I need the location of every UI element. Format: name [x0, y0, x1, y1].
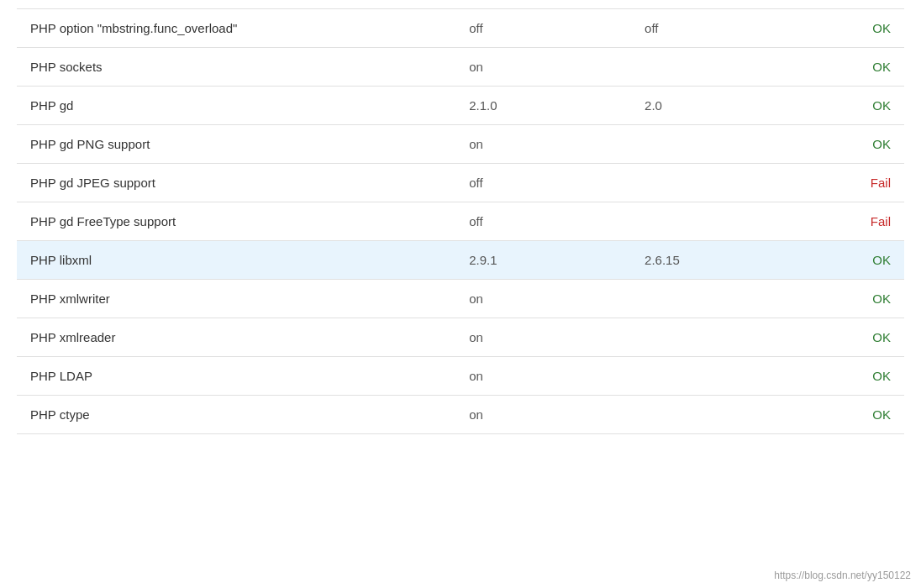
row-current-value: off [455, 9, 631, 48]
row-required-value [631, 202, 807, 241]
table-row: PHP ctypeonOK [17, 396, 904, 434]
row-name: PHP gd FreeType support [17, 202, 455, 241]
row-current-value: on [455, 396, 631, 434]
row-name: PHP ctype [17, 396, 455, 434]
row-required-value [631, 357, 807, 396]
row-current-value: 2.1.0 [455, 87, 631, 125]
row-current-value: on [455, 357, 631, 396]
table-row: PHP gd PNG supportonOK [17, 125, 904, 164]
row-required-value [631, 164, 807, 202]
row-required-value: 2.0 [631, 87, 807, 125]
row-current-value: on [455, 48, 631, 87]
table-row: PHP gd JPEG supportoffFail [17, 164, 904, 202]
row-status: Fail [807, 164, 904, 202]
row-name: PHP option "mbstring.func_overload" [17, 9, 455, 48]
requirements-table: PHP option "mbstring.func_overload"offof… [17, 8, 904, 434]
row-status: OK [807, 48, 904, 87]
row-required-value: 2.6.15 [631, 241, 807, 280]
row-current-value: off [455, 164, 631, 202]
row-name: PHP libxml [17, 241, 455, 280]
row-name: PHP gd JPEG support [17, 164, 455, 202]
row-name: PHP sockets [17, 48, 455, 87]
table-row: PHP LDAPonOK [17, 357, 904, 396]
row-current-value: on [455, 280, 631, 318]
table-row: PHP xmlwriteronOK [17, 280, 904, 318]
row-status: OK [807, 318, 904, 357]
table-row: PHP gd2.1.02.0OK [17, 87, 904, 125]
row-current-value: on [455, 318, 631, 357]
row-current-value: 2.9.1 [455, 241, 631, 280]
row-name: PHP xmlwriter [17, 280, 455, 318]
row-name: PHP gd [17, 87, 455, 125]
row-status: Fail [807, 202, 904, 241]
row-status: OK [807, 9, 904, 48]
row-name: PHP LDAP [17, 357, 455, 396]
row-status: OK [807, 87, 904, 125]
row-required-value: off [631, 9, 807, 48]
table-row: PHP option "mbstring.func_overload"offof… [17, 9, 904, 48]
table-row: PHP xmlreaderonOK [17, 318, 904, 357]
row-required-value [631, 318, 807, 357]
row-required-value [631, 125, 807, 164]
row-status: OK [807, 357, 904, 396]
table-row: PHP socketsonOK [17, 48, 904, 87]
row-required-value [631, 396, 807, 434]
row-current-value: off [455, 202, 631, 241]
row-status: OK [807, 396, 904, 434]
row-status: OK [807, 241, 904, 280]
row-status: OK [807, 125, 904, 164]
table-row: PHP gd FreeType supportoffFail [17, 202, 904, 241]
row-current-value: on [455, 125, 631, 164]
row-status: OK [807, 280, 904, 318]
row-name: PHP xmlreader [17, 318, 455, 357]
row-required-value [631, 280, 807, 318]
row-name: PHP gd PNG support [17, 125, 455, 164]
main-container: PHP option "mbstring.func_overload"offof… [0, 0, 921, 468]
row-required-value [631, 48, 807, 87]
watermark: https://blog.csdn.net/yy150122 [774, 570, 911, 581]
table-row: PHP libxml2.9.12.6.15OK [17, 241, 904, 280]
